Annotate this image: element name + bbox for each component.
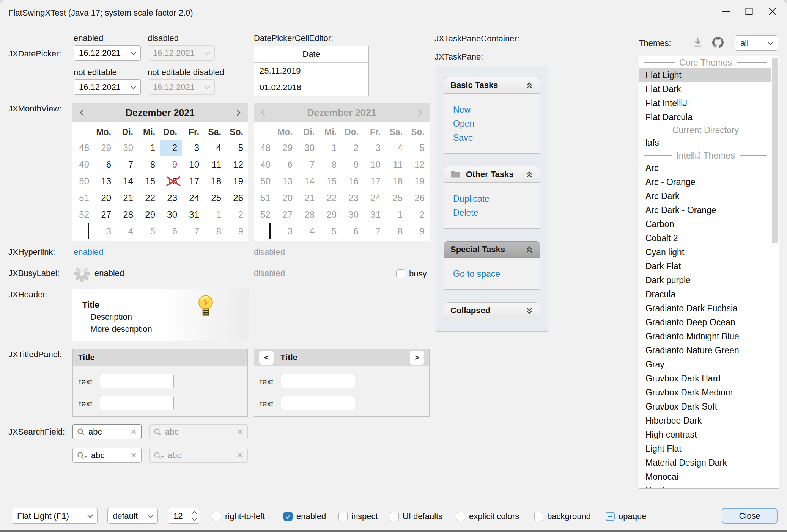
theme-list-item[interactable]: Arc Dark - Orange: [639, 203, 771, 217]
day-cell[interactable]: 2: [226, 206, 248, 223]
scrollbar-thumb[interactable]: [772, 58, 778, 243]
theme-list-item[interactable]: Flat Darcula: [639, 110, 771, 124]
table-row[interactable]: 01.02.2018: [254, 79, 368, 96]
checkbox-indeterminate[interactable]: [606, 512, 615, 521]
day-cell[interactable]: 2: [160, 140, 182, 156]
spinner-up-icon[interactable]: [192, 511, 197, 516]
day-cell[interactable]: 29: [138, 206, 160, 223]
theme-list-item[interactable]: Gradianto Midnight Blue: [639, 330, 771, 344]
theme-list-item[interactable]: Nord: [639, 484, 771, 489]
theme-list-item[interactable]: Arc Dark: [639, 189, 771, 203]
monthview-enabled[interactable]: Dezember 2021Mo.Di.Mi.Do.Fr.Sa.So.482930…: [72, 103, 248, 241]
chevron-down-icon[interactable]: [131, 83, 137, 89]
theme-list-item[interactable]: Flat IntelliJ: [639, 96, 771, 110]
option-checkbox-row[interactable]: enabled: [283, 512, 326, 521]
prev-month-button[interactable]: [72, 103, 94, 122]
day-cell[interactable]: 9: [160, 156, 182, 173]
theme-list-item[interactable]: Cyan light: [639, 245, 771, 259]
day-cell[interactable]: 26: [226, 190, 248, 206]
chevron-down-icon[interactable]: [87, 512, 93, 518]
taskpane-action-link[interactable]: Open: [453, 117, 531, 131]
minimize-button[interactable]: [714, 0, 737, 22]
close-dialog-button[interactable]: Close: [722, 508, 778, 524]
collapse-chevron-icon[interactable]: [525, 171, 534, 178]
checkbox-unchecked[interactable]: [456, 512, 465, 521]
day-cell[interactable]: 28: [116, 206, 138, 223]
theme-list-item[interactable]: Gradianto Deep Ocean: [639, 315, 771, 330]
theme-list-item[interactable]: Arc: [639, 161, 771, 175]
day-cell[interactable]: 10: [182, 156, 204, 173]
day-cell[interactable]: 8: [138, 156, 160, 173]
collapse-chevron-icon[interactable]: [525, 82, 534, 89]
datepicker-not-editable[interactable]: 16.12.2021: [74, 79, 141, 95]
taskpane-action-link[interactable]: Delete: [453, 206, 531, 220]
day-cell[interactable]: 5: [138, 223, 160, 240]
theme-list-item[interactable]: Monocai: [639, 470, 771, 484]
themes-filter-combo[interactable]: all: [735, 35, 778, 51]
day-cell[interactable]: 1: [138, 140, 160, 156]
github-icon[interactable]: [712, 37, 724, 48]
day-cell[interactable]: 12: [226, 156, 248, 173]
font-size-spinner[interactable]: 12: [168, 508, 200, 524]
theme-list-item[interactable]: Gruvbox Dark Medium: [639, 386, 771, 400]
font-combo[interactable]: default: [107, 508, 158, 524]
themes-list[interactable]: Core ThemesFlat LightFlat DarkFlat Intel…: [639, 56, 779, 489]
datepicker-enabled[interactable]: 16.12.2021: [74, 45, 141, 61]
day-cell[interactable]: 15: [138, 173, 160, 190]
day-cell[interactable]: 14: [116, 173, 138, 190]
hyperlink-enabled[interactable]: enabled: [74, 247, 103, 257]
theme-list-item[interactable]: Material Design Dark: [639, 456, 771, 470]
day-cell[interactable]: 17: [182, 173, 204, 190]
close-button[interactable]: [761, 0, 784, 22]
day-cell[interactable]: 7: [116, 156, 138, 173]
day-cell[interactable]: 25: [204, 190, 226, 206]
option-checkbox-row[interactable]: explicit colors: [456, 512, 519, 521]
theme-list-item[interactable]: Cobalt 2: [639, 231, 771, 245]
titledpanel-left-button[interactable]: <: [259, 351, 274, 365]
day-cell[interactable]: 13: [94, 173, 116, 190]
spinner-down-icon[interactable]: [192, 516, 197, 521]
taskpane-header[interactable]: Collapsed: [444, 302, 540, 319]
search-input[interactable]: abc: [91, 450, 104, 460]
busy-checkbox-row[interactable]: busy: [396, 269, 427, 279]
search-input[interactable]: abc: [88, 427, 102, 437]
theme-list-item[interactable]: Dark purple: [639, 273, 771, 287]
day-cell[interactable]: 6: [94, 156, 116, 173]
theme-list-item[interactable]: Gradianto Nature Green: [639, 344, 771, 358]
search-field[interactable]: abc ✕: [72, 424, 142, 439]
theme-list-item[interactable]: Arc - Orange: [639, 175, 771, 189]
theme-list-item[interactable]: Gruvbox Dark Soft: [639, 400, 771, 414]
day-cell[interactable]: 5: [226, 140, 248, 156]
collapse-chevron-icon[interactable]: [525, 307, 534, 314]
day-cell[interactable]: 6: [160, 223, 182, 240]
search-menu-icon[interactable]: [77, 452, 87, 459]
theme-list-item[interactable]: Hiberbee Dark: [639, 414, 771, 428]
checkbox-unchecked[interactable]: [390, 512, 399, 521]
checkbox-unchecked[interactable]: [534, 512, 543, 521]
theme-list-item[interactable]: Dark Flat: [639, 259, 771, 273]
download-icon[interactable]: [693, 38, 703, 48]
option-checkbox-row[interactable]: UI defaults: [390, 512, 442, 521]
theme-list-item[interactable]: Gray: [639, 358, 771, 372]
scrollbar[interactable]: [771, 57, 778, 488]
theme-list-item[interactable]: Flat Dark: [639, 82, 771, 96]
chevron-down-icon[interactable]: [768, 39, 774, 45]
theme-list-item[interactable]: Flat Light: [639, 68, 771, 82]
taskpane-action-link[interactable]: Duplicate: [453, 192, 531, 206]
lookandfeel-combo[interactable]: Flat Light (F1): [12, 508, 98, 524]
checkbox-unchecked[interactable]: [212, 512, 221, 521]
day-cell[interactable]: 3: [94, 223, 116, 240]
option-checkbox-row[interactable]: background: [534, 512, 591, 521]
day-cell[interactable]: 21: [116, 190, 138, 206]
chevron-down-icon[interactable]: [148, 512, 154, 518]
next-month-button[interactable]: [227, 103, 248, 122]
day-cell[interactable]: 22: [138, 190, 160, 206]
day-cell[interactable]: 11: [204, 156, 226, 173]
taskpane-header[interactable]: Other Tasks: [444, 166, 540, 183]
clear-icon[interactable]: ✕: [130, 451, 137, 460]
day-cell[interactable]: 18: [204, 173, 226, 190]
theme-list-item[interactable]: Light Flat: [639, 442, 771, 456]
theme-list-item[interactable]: High contrast: [639, 428, 771, 442]
option-checkbox-row[interactable]: inspect: [338, 512, 378, 521]
spinner-buttons[interactable]: [189, 508, 200, 523]
